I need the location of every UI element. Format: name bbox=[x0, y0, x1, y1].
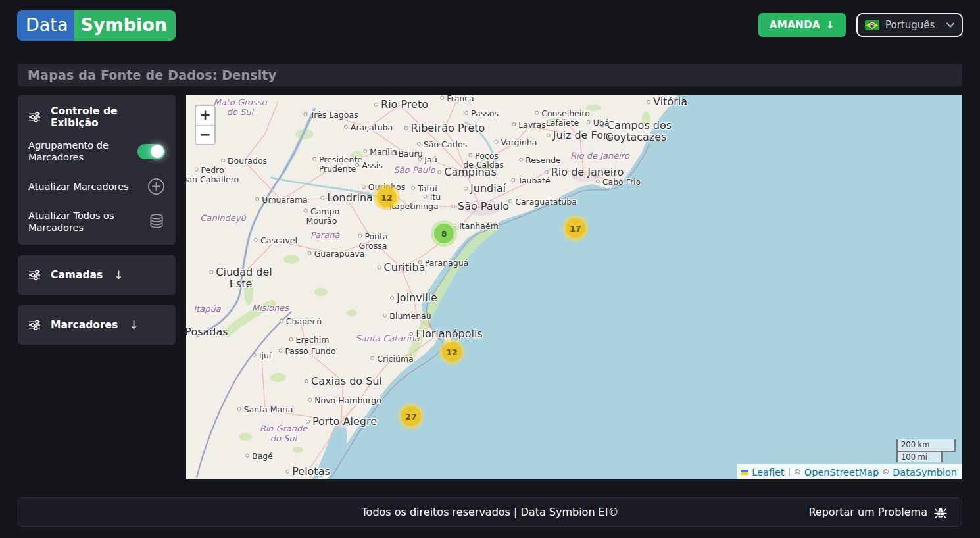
openstreetmap-link[interactable]: OpenStreetMap bbox=[804, 467, 879, 477]
header-actions: AMANDA ↓ Português bbox=[758, 13, 963, 37]
logo-symbion-part: Symbion bbox=[74, 10, 176, 41]
map-zoom-control: + − bbox=[195, 105, 216, 145]
panel-display-control: Controle de Exibição Agrupamento de Marc… bbox=[18, 95, 176, 245]
map-attribution: Leaflet | © OpenStreetMap © DataSymbion bbox=[737, 464, 962, 479]
user-menu-button[interactable]: AMANDA ↓ bbox=[758, 13, 846, 37]
report-problem-label: Reportar um Problema bbox=[808, 506, 927, 518]
refresh-markers-row: Atualizar Marcadores bbox=[28, 178, 165, 195]
refresh-all-markers-button[interactable] bbox=[148, 213, 165, 230]
arrow-down-icon: ↓ bbox=[114, 268, 123, 281]
datasymbion-link[interactable]: DataSymbion bbox=[893, 467, 957, 477]
panel-title: Marcadores bbox=[51, 319, 118, 331]
refresh-all-markers-label: Atualizar Todos os Marcadores bbox=[28, 210, 141, 233]
report-problem-button[interactable]: Reportar um Problema bbox=[804, 498, 951, 526]
refresh-all-markers-row: Atualizar Todos os Marcadores bbox=[28, 210, 165, 233]
attribution-separator: | bbox=[788, 468, 791, 477]
app-logo[interactable]: Data Symbion bbox=[17, 10, 176, 41]
panel-camadas[interactable]: Camadas ↓ bbox=[18, 255, 176, 295]
app-footer: Todos os direitos reservados | Data Symb… bbox=[18, 497, 962, 527]
map-clusters: 128171227 bbox=[186, 95, 962, 479]
page-title-bar: Mapas da Fonte de Dados: Density bbox=[18, 64, 962, 86]
user-menu-label: AMANDA bbox=[770, 19, 820, 31]
chevron-down-icon bbox=[946, 22, 954, 28]
language-select[interactable]: Português bbox=[856, 13, 963, 37]
sliders-icon bbox=[28, 270, 41, 280]
add-markers-button[interactable] bbox=[147, 178, 165, 195]
app-header: Data Symbion AMANDA ↓ Português bbox=[0, 0, 980, 50]
marker-clustering-label: Agrupamento de Marcadores bbox=[28, 139, 131, 163]
sliders-icon bbox=[28, 112, 41, 122]
bug-icon bbox=[934, 506, 947, 519]
leaflet-link[interactable]: Leaflet bbox=[752, 467, 784, 477]
panel-marcadores[interactable]: Marcadores ↓ bbox=[18, 305, 176, 345]
scale-mi: 100 mi bbox=[896, 451, 943, 462]
panel-display-control-header: Controle de Exibição bbox=[28, 105, 165, 129]
map-container[interactable]: Mato Grosso do SulSão PauloRio de Janeir… bbox=[186, 95, 962, 479]
panel-title: Camadas bbox=[51, 269, 103, 281]
marker-cluster[interactable]: 27 bbox=[398, 403, 424, 429]
marker-clustering-toggle[interactable] bbox=[137, 144, 165, 159]
chevron-down-icon: ↓ bbox=[826, 19, 835, 31]
refresh-markers-label: Atualizar Marcadores bbox=[28, 181, 141, 193]
ukraine-flag-icon bbox=[741, 470, 748, 475]
copyright-symbol: © bbox=[794, 468, 801, 476]
marker-cluster[interactable]: 12 bbox=[439, 339, 465, 365]
marker-clustering-row: Agrupamento de Marcadores bbox=[28, 139, 165, 163]
page-title: Mapas da Fonte de Dados: Density bbox=[28, 68, 952, 82]
arrow-down-icon: ↓ bbox=[129, 318, 138, 331]
copyright-symbol: © bbox=[882, 468, 889, 476]
toggle-knob bbox=[151, 145, 164, 158]
panel-camadas-header: Camadas ↓ bbox=[28, 268, 165, 281]
database-icon bbox=[148, 213, 165, 230]
circle-plus-icon bbox=[147, 178, 165, 195]
sliders-icon bbox=[28, 320, 41, 330]
panel-title: Controle de Exibição bbox=[51, 105, 165, 129]
map-zoom-in-button[interactable]: + bbox=[196, 106, 214, 125]
marker-cluster[interactable]: 8 bbox=[431, 220, 457, 247]
panel-marcadores-header: Marcadores ↓ bbox=[28, 318, 165, 331]
marker-cluster[interactable]: 17 bbox=[562, 215, 589, 241]
logo-data-part: Data bbox=[17, 10, 74, 41]
marker-cluster[interactable]: 12 bbox=[374, 184, 400, 210]
map-scale-control: 200 km 100 mi bbox=[896, 439, 956, 462]
copyright-text: Todos os direitos reservados | Data Symb… bbox=[362, 506, 619, 518]
brazil-flag-icon bbox=[865, 20, 879, 30]
sidebar: Controle de Exibição Agrupamento de Marc… bbox=[18, 95, 176, 479]
map-zoom-out-button[interactable]: − bbox=[196, 125, 214, 144]
language-select-value: Português bbox=[885, 19, 935, 31]
